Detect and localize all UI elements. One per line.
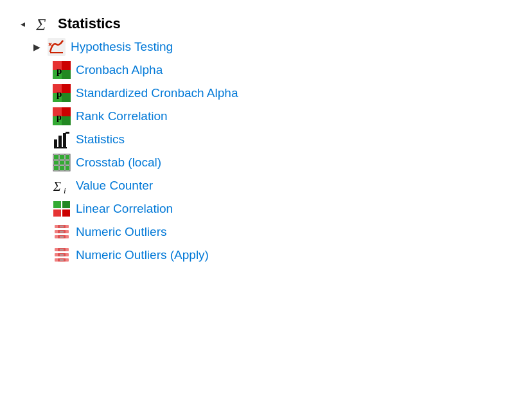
svg-rect-50 bbox=[60, 231, 64, 233]
svg-rect-20 bbox=[63, 133, 66, 147]
linear-correlation-icon bbox=[53, 200, 71, 218]
cronbach-alpha-icon: p bbox=[53, 61, 71, 79]
linear-correlation-label: Linear Correlation bbox=[76, 202, 173, 216]
list-item[interactable]: Numeric Outliers (Apply) bbox=[32, 244, 513, 266]
svg-rect-58 bbox=[60, 249, 64, 251]
statistics-parent-row[interactable]: ◂ Σ Statistics bbox=[19, 13, 513, 35]
standardized-cronbach-alpha-label: Standardized Cronbach Alpha bbox=[76, 86, 238, 100]
svg-rect-31 bbox=[54, 161, 58, 165]
svg-rect-29 bbox=[60, 155, 64, 159]
svg-rect-33 bbox=[66, 161, 69, 165]
svg-rect-40 bbox=[62, 201, 70, 208]
numeric-outliers-apply-label: Numeric Outliers (Apply) bbox=[76, 248, 209, 262]
list-item[interactable]: Numeric Outliers bbox=[32, 221, 513, 243]
svg-text:p: p bbox=[57, 112, 62, 122]
value-counter-label: Value Counter bbox=[76, 179, 153, 193]
svg-rect-9 bbox=[62, 84, 71, 93]
svg-text:Σ: Σ bbox=[53, 179, 61, 193]
list-item[interactable]: Linear Correlation bbox=[32, 198, 513, 220]
statistics-label-child: Statistics bbox=[76, 132, 125, 147]
statistics-icon bbox=[53, 130, 71, 148]
svg-rect-14 bbox=[62, 107, 71, 116]
numeric-outliers-apply-icon bbox=[53, 246, 71, 264]
svg-rect-28 bbox=[54, 155, 58, 159]
rank-correlation-icon: p bbox=[53, 107, 71, 125]
numeric-outliers-icon bbox=[53, 223, 71, 241]
svg-rect-41 bbox=[53, 209, 61, 217]
svg-rect-11 bbox=[62, 93, 71, 102]
svg-rect-30 bbox=[66, 155, 69, 159]
children-list: ▶ Hypothesis Testing bbox=[19, 36, 513, 266]
hypothesis-testing-icon bbox=[48, 38, 66, 56]
svg-text:Σ: Σ bbox=[35, 15, 46, 33]
svg-rect-6 bbox=[62, 70, 71, 79]
value-counter-icon: Σ i bbox=[53, 177, 71, 195]
collapse-arrow[interactable]: ◂ bbox=[21, 19, 30, 29]
svg-rect-32 bbox=[60, 161, 64, 165]
svg-rect-35 bbox=[60, 166, 64, 170]
svg-rect-42 bbox=[62, 209, 70, 217]
statistics-parent-label: Statistics bbox=[58, 15, 121, 32]
svg-rect-49 bbox=[60, 226, 64, 227]
svg-rect-22 bbox=[66, 132, 69, 134]
svg-text:p: p bbox=[57, 66, 62, 76]
rank-correlation-label: Rank Correlation bbox=[76, 109, 168, 123]
hypothesis-testing-label: Hypothesis Testing bbox=[71, 40, 173, 54]
svg-marker-2 bbox=[50, 52, 63, 53]
crosstab-icon bbox=[53, 154, 71, 172]
list-item[interactable]: ▶ Hypothesis Testing bbox=[32, 36, 513, 58]
svg-rect-34 bbox=[54, 166, 58, 170]
crosstab-local-label: Crosstab (local) bbox=[76, 156, 161, 170]
svg-rect-19 bbox=[58, 136, 62, 147]
list-item[interactable]: Crosstab (local) bbox=[32, 152, 513, 174]
svg-rect-16 bbox=[62, 116, 71, 125]
cronbach-alpha-label: Cronbach Alpha bbox=[76, 63, 163, 77]
svg-rect-59 bbox=[60, 254, 64, 256]
svg-rect-36 bbox=[66, 166, 69, 170]
list-item[interactable]: Σ i Value Counter bbox=[32, 175, 513, 197]
numeric-outliers-label: Numeric Outliers bbox=[76, 225, 166, 239]
svg-rect-60 bbox=[60, 259, 64, 261]
svg-text:i: i bbox=[64, 186, 66, 195]
list-item[interactable]: p Cronbach Alpha bbox=[32, 59, 513, 81]
list-item[interactable]: p Rank Correlation bbox=[32, 105, 513, 127]
svg-rect-4 bbox=[62, 61, 71, 70]
svg-rect-18 bbox=[54, 139, 57, 147]
list-item[interactable]: p Standardized Cronbach Alpha bbox=[32, 82, 513, 104]
standardized-cronbach-alpha-icon: p bbox=[53, 84, 71, 102]
svg-text:p: p bbox=[57, 89, 62, 99]
svg-rect-21 bbox=[54, 147, 67, 148]
sigma-icon: Σ bbox=[35, 15, 53, 33]
list-item[interactable]: Statistics bbox=[32, 129, 513, 150]
svg-rect-39 bbox=[53, 201, 61, 208]
tree-container: ◂ Σ Statistics ▶ Hypothesis Testing bbox=[19, 13, 513, 266]
expand-arrow-hypothesis[interactable]: ▶ bbox=[33, 42, 42, 52]
svg-rect-51 bbox=[60, 236, 64, 238]
